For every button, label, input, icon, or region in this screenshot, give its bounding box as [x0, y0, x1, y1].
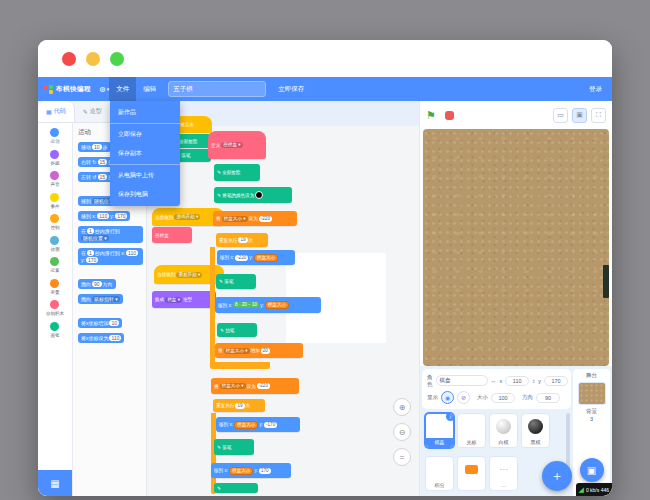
script-block[interactable]: 移到 x:棋盘大小y:-170	[216, 417, 300, 432]
category-自制积木[interactable]: 自制积木	[45, 300, 65, 316]
file-menu-item-新作品[interactable]: 新作品	[110, 103, 180, 122]
category-画笔[interactable]: 画笔	[50, 322, 60, 338]
palette-block[interactable]: 将x坐标设为110	[78, 333, 124, 343]
add-extension-button[interactable]: ▦	[38, 470, 73, 496]
stage-sprite[interactable]	[603, 265, 609, 298]
script-block[interactable]: ✎ 落笔	[214, 439, 254, 455]
large-stage-button[interactable]: ▣	[572, 108, 587, 123]
script-block[interactable]: 将棋盘大小 ▾设为-220	[211, 378, 299, 394]
block-token: 移到 x:	[220, 255, 234, 260]
script-block[interactable]: 换成棋盘 ▾造型	[152, 291, 216, 308]
palette-block[interactable]: 移到 x:110y:170	[78, 211, 131, 221]
x-input[interactable]: 110	[505, 376, 529, 386]
category-运算[interactable]: 运算	[50, 257, 60, 273]
script-block[interactable]: 移到 x:棋盘大小y:170	[211, 463, 291, 478]
small-stage-button[interactable]: ▭	[553, 108, 568, 123]
palette-block[interactable]: 在1秒内滑行到随机位置 ▾	[78, 226, 143, 243]
project-name-input[interactable]	[168, 81, 266, 97]
green-flag-icon[interactable]: ⚑	[426, 109, 436, 122]
sprite-area: 角色 棋盘 ↔ x 110 ↕ y 170 显示 ◉ ⊘	[420, 366, 612, 496]
file-menu-item-保存到电脑[interactable]: 保存到电脑	[110, 185, 180, 204]
direction-input[interactable]: 90	[536, 393, 560, 403]
script-block[interactable]: 移到 x:-220y:棋盘大小	[217, 250, 295, 265]
script-block[interactable]: ✎ 抬笔	[217, 323, 257, 337]
script-block[interactable]: ✎ 将笔的颜色设为	[214, 187, 292, 203]
script-block[interactable]: 将棋盘大小 ▾增加20	[215, 343, 303, 358]
sprite-info-badge[interactable]: i	[445, 413, 454, 422]
file-menu-item-立即保存[interactable]: 立即保存	[110, 125, 180, 144]
palette-block[interactable]: 移动10步	[78, 142, 111, 152]
fullscreen-button[interactable]: ⛶	[591, 108, 606, 123]
language-icon[interactable]: ⊛▾	[99, 85, 109, 94]
file-menu-item-从电脑中上传[interactable]: 从电脑中上传	[110, 166, 180, 185]
category-color-icon	[50, 193, 59, 202]
menu-file[interactable]: 文件	[109, 77, 136, 101]
add-backdrop-button[interactable]: ▣	[580, 458, 604, 482]
sprite-thumbnail-orange-card[interactable]	[457, 456, 486, 491]
sprite-thumbnail-积分[interactable]: 积分	[425, 456, 454, 491]
minimize-button[interactable]	[86, 52, 100, 66]
stop-icon[interactable]	[445, 111, 454, 120]
sprite-thumbnail-…[interactable]: ⋯…	[489, 456, 518, 491]
palette-block[interactable]: 将x坐标增加10	[78, 318, 122, 328]
maximize-button[interactable]	[110, 52, 124, 66]
close-button[interactable]	[62, 52, 76, 66]
sprite-thumbnail-棋盘[interactable]: 棋盘i	[425, 413, 454, 448]
zoom-in-icon[interactable]: ⊕	[393, 398, 411, 416]
zoom-reset-icon[interactable]: ＝	[393, 448, 411, 466]
script-block[interactable]: 重复执行19次	[216, 233, 268, 247]
zoom-out-icon[interactable]: ⊖	[393, 423, 411, 441]
palette-block[interactable]: 在1秒内滑行到 x:110y:170	[78, 248, 143, 265]
show-sprite-button[interactable]: ◉	[441, 391, 454, 404]
category-事件[interactable]: 事件	[50, 193, 60, 209]
backdrop-thumbnail[interactable]	[578, 382, 606, 405]
block-token: 170	[86, 257, 98, 263]
stage-pane[interactable]: 舞台 背景 3 ▣	[573, 369, 610, 496]
script-block[interactable]: 画棋盘	[152, 227, 192, 243]
file-menu-item-保存副本[interactable]: 保存副本	[110, 144, 180, 163]
add-sprite-button[interactable]: ＋	[542, 461, 572, 491]
save-now-link[interactable]: 立即保存	[278, 85, 304, 94]
script-block[interactable]: ✎ 落笔	[216, 274, 256, 289]
category-label: 控制	[50, 224, 59, 229]
script-block[interactable]: 移到 x:8 · 20 − 10y:棋盘大小	[215, 297, 321, 313]
block-token: 随机位置 ▾	[81, 235, 109, 241]
palette-block[interactable]: 面向鼠标指针 ▾	[78, 294, 123, 304]
menu-edit[interactable]: 编辑	[136, 77, 163, 101]
script-block[interactable]: 重复执行19次	[213, 399, 265, 412]
script-block[interactable]: ✎ 全部擦除	[214, 164, 260, 181]
sprite-name-label: …	[490, 481, 517, 490]
block-token: 面向	[81, 296, 91, 302]
file-dropdown-menu: 新作品立即保存保存副本从电脑中上传保存到电脑	[110, 101, 180, 206]
more-dots-icon: ⋯	[500, 465, 508, 474]
y-label: y	[538, 378, 541, 384]
stage[interactable]	[423, 129, 609, 366]
script-block[interactable]: ✎	[214, 483, 258, 493]
size-input[interactable]: 100	[491, 393, 515, 403]
sprite-thumbnail-白棋[interactable]: 白棋	[489, 413, 518, 448]
block-token: 画棋盘 ▾	[221, 142, 242, 148]
script-block[interactable]: 定义画棋盘 ▾	[208, 131, 266, 159]
category-侦测[interactable]: 侦测	[50, 236, 60, 252]
category-声音[interactable]: 声音	[50, 171, 60, 187]
sprite-name-input[interactable]: 棋盘	[436, 375, 488, 386]
category-变量[interactable]: 变量	[50, 279, 60, 295]
y-input[interactable]: 170	[544, 376, 568, 386]
scripts-canvas[interactable]: ⊕⊖＝ 当 ⚑ 被点击✎ 全部擦除✎ 落笔当接收到游戏开始 ▾画棋盘当接收到重新…	[147, 101, 419, 496]
hide-sprite-button[interactable]: ⊘	[457, 391, 470, 404]
category-外观[interactable]: 外观	[50, 150, 60, 166]
tab-造型[interactable]: ✎造型	[75, 101, 111, 122]
sprite-thumbnail-光标[interactable]: 光标	[457, 413, 486, 448]
tab-代码[interactable]: ▦代码	[38, 101, 75, 122]
category-运动[interactable]: 运动	[50, 128, 60, 144]
stage-header: ⚑ ▭ ▣ ⛶	[420, 101, 612, 129]
category-控制[interactable]: 控制	[50, 214, 60, 230]
palette-block[interactable]: 面向90方向	[78, 279, 116, 289]
sprite-thumbnail-黑棋[interactable]: 黑棋	[521, 413, 550, 448]
login-link[interactable]: 登录	[589, 85, 602, 94]
category-label: 声音	[50, 181, 59, 186]
script-block[interactable]: 将棋盘大小 ▾设为-220	[213, 211, 297, 226]
block-token: 在	[81, 250, 86, 256]
script-block[interactable]	[210, 362, 270, 369]
category-color-icon	[50, 150, 59, 159]
